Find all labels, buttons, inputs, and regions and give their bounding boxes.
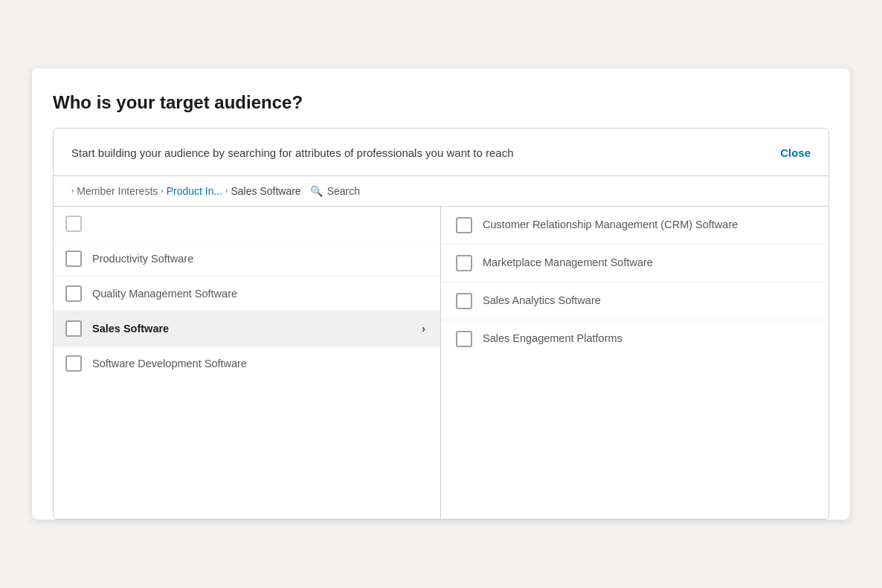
close-button[interactable]: Close (780, 145, 811, 159)
label-sales-analytics: Sales Analytics Software (483, 293, 601, 308)
search-area[interactable]: 🔍 Search (310, 185, 360, 197)
breadcrumb-product-interests[interactable]: Product In... (167, 185, 222, 197)
breadcrumb-bar: › Member Interests › Product In... › Sal… (54, 176, 828, 207)
label-productivity: Productivity Software (92, 251, 425, 266)
breadcrumb-chevron-1: › (71, 187, 74, 195)
label-crm: Customer Relationship Management (CRM) S… (483, 217, 738, 232)
checkbox-partial[interactable] (65, 216, 82, 232)
checkbox-crm[interactable] (456, 217, 472, 233)
left-column: Productivity Software Quality Management… (54, 207, 441, 519)
right-column: Customer Relationship Management (CRM) S… (441, 207, 828, 519)
label-sales-engagement: Sales Engagement Platforms (483, 331, 622, 346)
audience-panel: Start building your audience by searchin… (53, 128, 829, 520)
checkbox-sales-analytics[interactable] (456, 293, 472, 309)
list-item-marketplace[interactable]: Marketplace Management Software (441, 245, 828, 282)
list-item-quality[interactable]: Quality Management Software (54, 277, 440, 311)
label-sales-software: Sales Software (92, 321, 411, 336)
search-label: Search (327, 185, 360, 197)
panel-description: Start building your audience by searchin… (71, 145, 514, 162)
checkbox-software-dev[interactable] (65, 355, 82, 372)
main-card: Who is your target audience? Start build… (32, 68, 850, 520)
checkbox-quality[interactable] (65, 285, 82, 302)
list-item-crm[interactable]: Customer Relationship Management (CRM) S… (441, 207, 828, 245)
checkbox-sales-software[interactable] (65, 320, 82, 337)
list-item-productivity[interactable]: Productivity Software (54, 242, 440, 277)
list-item-sales-engagement[interactable]: Sales Engagement Platforms (441, 320, 828, 358)
breadcrumb-chevron-3: › (225, 187, 228, 195)
checkbox-productivity[interactable] (65, 251, 82, 267)
list-item-software-dev[interactable]: Software Development Software (54, 346, 440, 381)
label-software-dev: Software Development Software (92, 356, 425, 371)
breadcrumb-chevron-2: › (161, 187, 163, 195)
breadcrumb-sales-software: Sales Software (231, 185, 300, 197)
chevron-right-sales-software: › (422, 323, 425, 335)
list-item-sales-software[interactable]: Sales Software › (54, 311, 440, 346)
checkbox-marketplace[interactable] (456, 255, 472, 271)
label-marketplace: Marketplace Management Software (483, 255, 653, 270)
panel-header: Start building your audience by searchin… (54, 129, 828, 176)
list-item-partial[interactable] (54, 207, 440, 242)
columns-wrapper: Productivity Software Quality Management… (54, 207, 828, 519)
checkbox-sales-engagement[interactable] (456, 331, 472, 347)
label-quality: Quality Management Software (92, 286, 425, 301)
list-item-sales-analytics[interactable]: Sales Analytics Software (441, 282, 828, 320)
breadcrumb-member-interests[interactable]: Member Interests (77, 185, 158, 197)
search-icon: 🔍 (310, 185, 323, 197)
page-title: Who is your target audience? (53, 92, 829, 113)
